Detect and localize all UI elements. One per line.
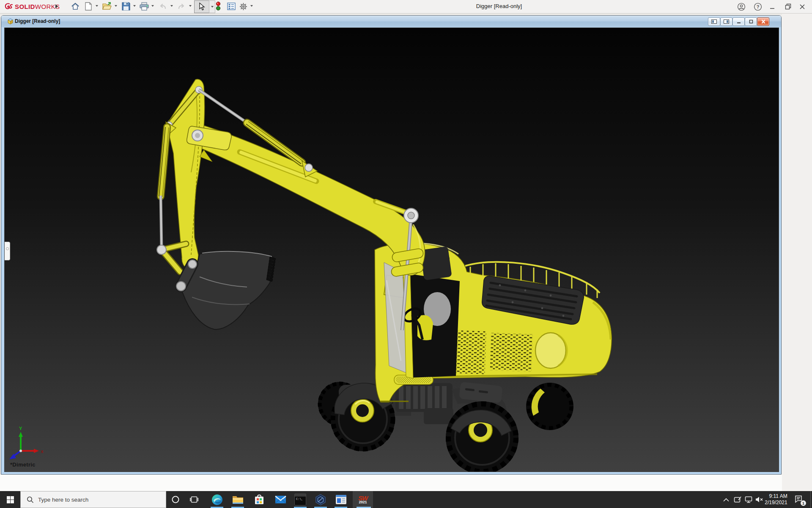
save-button[interactable] bbox=[121, 1, 132, 12]
print-button[interactable] bbox=[139, 1, 150, 12]
document-window: Digger [Read-only] bbox=[1, 15, 782, 475]
account-button[interactable] bbox=[735, 1, 748, 12]
close-button[interactable] bbox=[796, 1, 809, 12]
home-button[interactable] bbox=[70, 1, 81, 12]
help-button[interactable]: ? bbox=[752, 1, 764, 12]
menu-flyout-arrow-icon[interactable] bbox=[55, 4, 58, 8]
show-desktop-button[interactable] bbox=[810, 491, 811, 508]
new-dropdown-arrow[interactable] bbox=[96, 5, 98, 7]
windows-logo-icon bbox=[7, 496, 14, 503]
svg-text:?: ? bbox=[757, 4, 760, 9]
document-minimize-icon bbox=[736, 19, 741, 24]
side-window-glass bbox=[409, 274, 460, 378]
document-restore-icon bbox=[749, 19, 754, 24]
side-vent-right bbox=[490, 333, 532, 371]
tray-time: 9:11 AM bbox=[765, 493, 787, 500]
select-tool-button[interactable] bbox=[194, 0, 209, 13]
mail-icon bbox=[275, 495, 286, 504]
solidworks-icon-label: SW bbox=[358, 496, 368, 500]
tray-network-button[interactable] bbox=[743, 491, 754, 508]
open-dropdown-arrow[interactable] bbox=[115, 5, 117, 7]
print-dropdown-arrow[interactable] bbox=[151, 5, 154, 7]
solidworks-icon-year: 2021 bbox=[358, 500, 368, 504]
print-icon bbox=[140, 2, 149, 11]
part-document-icon bbox=[7, 18, 14, 25]
graphics-viewport[interactable]: Y x *Dimetric bbox=[4, 28, 779, 472]
document-minimize-button[interactable] bbox=[732, 17, 745, 26]
options-dropdown-arrow[interactable] bbox=[250, 5, 253, 7]
solidworks-logo-icon bbox=[3, 2, 14, 12]
microsoft-store-icon bbox=[254, 494, 264, 505]
save-dropdown-arrow[interactable] bbox=[133, 5, 136, 7]
tray-clock[interactable]: 9:11 AM 2/19/2021 bbox=[764, 491, 788, 508]
pane-left-icon bbox=[711, 19, 717, 24]
redo-dropdown-arrow[interactable] bbox=[189, 5, 192, 7]
restore-button[interactable] bbox=[782, 1, 794, 12]
taskbar-app-window[interactable] bbox=[331, 491, 351, 508]
far-rear-wheel[interactable] bbox=[526, 383, 573, 430]
pane-toggle-left-button[interactable] bbox=[708, 17, 720, 26]
document-title-bar[interactable]: Digger [Read-only] bbox=[1, 16, 781, 27]
rebuild-traffic-light-icon bbox=[216, 2, 221, 11]
redo-button[interactable] bbox=[176, 1, 187, 12]
taskbar-app-edge[interactable] bbox=[207, 491, 227, 508]
account-icon bbox=[737, 3, 746, 11]
document-restore-button[interactable] bbox=[745, 17, 757, 26]
pane-right-icon bbox=[724, 19, 729, 24]
restore-icon bbox=[785, 3, 791, 10]
save-icon bbox=[122, 2, 130, 11]
excavator-model[interactable]: Y x bbox=[5, 28, 779, 472]
bucket[interactable] bbox=[176, 251, 276, 330]
app-window-title: Digger [Read-only] bbox=[436, 3, 562, 9]
open-button[interactable] bbox=[102, 1, 112, 12]
mdi-background-right bbox=[782, 14, 812, 491]
start-button[interactable] bbox=[0, 491, 20, 508]
collapse-tab-dot-icon bbox=[6, 247, 9, 250]
task-view-icon bbox=[190, 496, 198, 503]
file-properties-button[interactable] bbox=[226, 1, 237, 12]
minimize-icon bbox=[769, 4, 775, 10]
orientation-triad: Y x bbox=[9, 426, 44, 459]
file-explorer-icon bbox=[232, 494, 244, 505]
tray-overflow-button[interactable] bbox=[720, 491, 732, 508]
window-app-icon bbox=[335, 494, 347, 505]
tray-pen-tablet-button[interactable] bbox=[732, 491, 743, 508]
search-icon bbox=[27, 496, 34, 503]
chevron-up-icon bbox=[723, 498, 729, 502]
new-document-button[interactable] bbox=[83, 1, 94, 12]
search-input[interactable] bbox=[37, 496, 145, 503]
minimize-button[interactable] bbox=[766, 1, 779, 12]
task-view-button[interactable] bbox=[185, 491, 203, 508]
options-button[interactable] bbox=[238, 1, 249, 12]
feature-pane-collapse-tab[interactable] bbox=[5, 242, 10, 260]
taskbar-app-hexagon[interactable] bbox=[310, 491, 331, 508]
undo-button[interactable] bbox=[157, 1, 168, 12]
cortana-button[interactable] bbox=[166, 491, 185, 508]
redo-icon bbox=[177, 3, 186, 10]
document-close-button[interactable] bbox=[757, 17, 769, 26]
action-center-button[interactable]: 1 bbox=[790, 491, 809, 508]
notification-badge: 1 bbox=[801, 500, 806, 506]
network-icon bbox=[745, 496, 752, 503]
taskbar-app-file-explorer[interactable] bbox=[228, 491, 248, 508]
hexagon-app-icon bbox=[315, 494, 326, 505]
file-properties-icon bbox=[227, 3, 236, 10]
open-folder-icon bbox=[102, 2, 112, 11]
taskbar-search[interactable] bbox=[20, 491, 166, 508]
taskbar-app-mail[interactable] bbox=[270, 491, 291, 508]
solidworks-logo: SOLIDWORKS bbox=[3, 1, 60, 12]
main-title-bar: SOLIDWORKS bbox=[0, 0, 812, 14]
taskbar-app-solidworks[interactable]: SW 2021 bbox=[353, 491, 373, 508]
pane-toggle-right-button[interactable] bbox=[720, 17, 732, 26]
taskbar-app-command-prompt[interactable]: C:\ _ bbox=[290, 491, 310, 508]
rebuild-button[interactable] bbox=[213, 1, 224, 12]
triad-y-label: Y bbox=[19, 426, 22, 431]
brand-text: SOLIDWORKS bbox=[15, 3, 60, 10]
tray-volume-button[interactable] bbox=[754, 491, 765, 508]
view-orientation-label: *Dimetric bbox=[10, 461, 36, 468]
gear-icon bbox=[239, 2, 248, 11]
undo-dropdown-arrow[interactable] bbox=[170, 5, 173, 7]
taskbar-app-microsoft-store[interactable] bbox=[249, 491, 269, 508]
windows-taskbar: C:\ _ SW 2021 bbox=[0, 491, 812, 508]
cortana-icon bbox=[171, 495, 180, 504]
